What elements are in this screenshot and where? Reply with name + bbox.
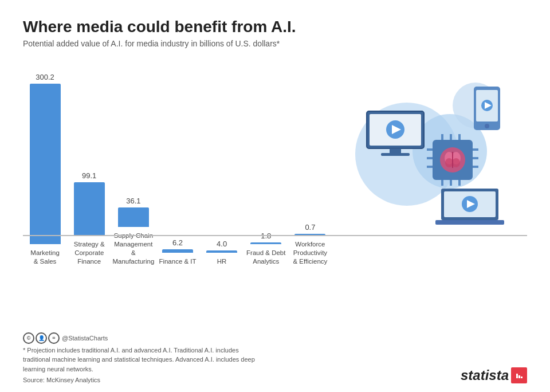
cc-row: © 👤 = @StatistaCharts (23, 332, 264, 344)
svg-rect-9 (427, 166, 433, 168)
monitor-icon (364, 108, 427, 160)
bar-group-marketing-sales: 300.2Marketing& Sales (23, 54, 67, 266)
chip-icon (424, 131, 481, 189)
bar-group-hr: 4.0HR (200, 54, 244, 266)
bar-value-finance-it: 6.2 (172, 238, 183, 247)
ai-illustration (344, 80, 516, 240)
svg-rect-17 (450, 180, 452, 186)
svg-rect-12 (473, 166, 478, 168)
bar-label-supply-chain: Supply ChainManagement &Manufacturing (111, 232, 155, 266)
cc-icon: © (23, 332, 34, 344)
bar-label-hr: HR (217, 257, 227, 266)
source-text: Source: McKinsey Analytics (23, 377, 264, 383)
svg-rect-16 (441, 180, 443, 186)
chart-header: Where media could benefit from A.I. Pote… (23, 17, 527, 48)
bar-group-finance-it: 6.2Finance & IT (155, 54, 199, 266)
bar-group-supply-chain: 36.1Supply ChainManagement &Manufacturin… (111, 54, 155, 266)
bar-label-finance-it: Finance & IT (159, 257, 196, 266)
bar-rect-fraud-debt (250, 242, 281, 244)
bar-label-marketing-sales: Marketing& Sales (30, 249, 60, 266)
footnote-text: * Projection includes traditional A.I. a… (23, 346, 264, 374)
bar-rect-hr (206, 250, 237, 253)
bar-group-fraud-debt: 1.8Fraud & DebtAnalytics (244, 54, 288, 266)
bar-value-strategy-finance: 99.1 (82, 171, 96, 180)
svg-point-22 (445, 158, 453, 167)
bar-value-workforce: 0.7 (305, 223, 315, 232)
bar-rect-strategy-finance (74, 182, 105, 235)
main-title: Where media could benefit from A.I. (23, 17, 527, 37)
footer: © 👤 = @StatistaCharts * Projection inclu… (23, 332, 527, 384)
bar-label-strategy-finance: Strategy &CorporateFinance (74, 240, 105, 266)
chart-baseline (23, 235, 527, 236)
bar-group-workforce: 0.7WorkforceProductivity& Efficiency (288, 54, 332, 266)
ai-illustration-section (332, 54, 527, 266)
bar-rect-finance-it (162, 249, 193, 253)
bars-section: 300.2Marketing& Sales99.1Strategy &Corpo… (23, 54, 332, 266)
bar-value-marketing-sales: 300.2 (36, 73, 54, 81)
svg-marker-37 (518, 375, 520, 378)
left-footer: © 👤 = @StatistaCharts * Projection inclu… (23, 332, 264, 384)
svg-rect-34 (435, 220, 504, 225)
svg-rect-10 (473, 148, 478, 151)
bar-label-workforce: WorkforceProductivity& Efficiency (293, 240, 327, 266)
statista-icon (511, 367, 527, 383)
laptop-icon (435, 186, 504, 229)
chart-area: 300.2Marketing& Sales99.1Strategy &Corpo… (23, 54, 527, 266)
svg-point-23 (452, 158, 460, 167)
svg-rect-8 (427, 157, 433, 159)
cc-equals-icon: = (48, 332, 60, 344)
bar-label-fraud-debt: Fraud & DebtAnalytics (246, 249, 285, 266)
svg-rect-14 (450, 134, 452, 140)
statista-logo: statista (461, 367, 527, 383)
subtitle: Potential added value of A.I. for media … (23, 39, 527, 48)
svg-rect-15 (458, 134, 461, 140)
cc-person-icon: 👤 (36, 332, 47, 344)
bar-value-hr: 4.0 (217, 240, 227, 248)
svg-marker-38 (521, 377, 522, 378)
bar-rect-marketing-sales (30, 84, 61, 244)
svg-rect-18 (458, 180, 461, 186)
bar-rect-supply-chain (118, 207, 149, 227)
statista-charts-label: @StatistaCharts (62, 335, 108, 342)
cc-icons: © 👤 = (23, 332, 60, 344)
bar-group-strategy-finance: 99.1Strategy &CorporateFinance (67, 54, 111, 266)
svg-point-29 (485, 124, 489, 128)
tablet-icon (473, 85, 501, 131)
svg-rect-7 (427, 148, 433, 151)
bar-value-supply-chain: 36.1 (126, 197, 140, 205)
statista-label: statista (461, 367, 509, 383)
svg-rect-11 (473, 157, 478, 159)
svg-rect-5 (381, 153, 410, 156)
svg-rect-13 (441, 134, 443, 140)
svg-marker-36 (516, 374, 518, 378)
